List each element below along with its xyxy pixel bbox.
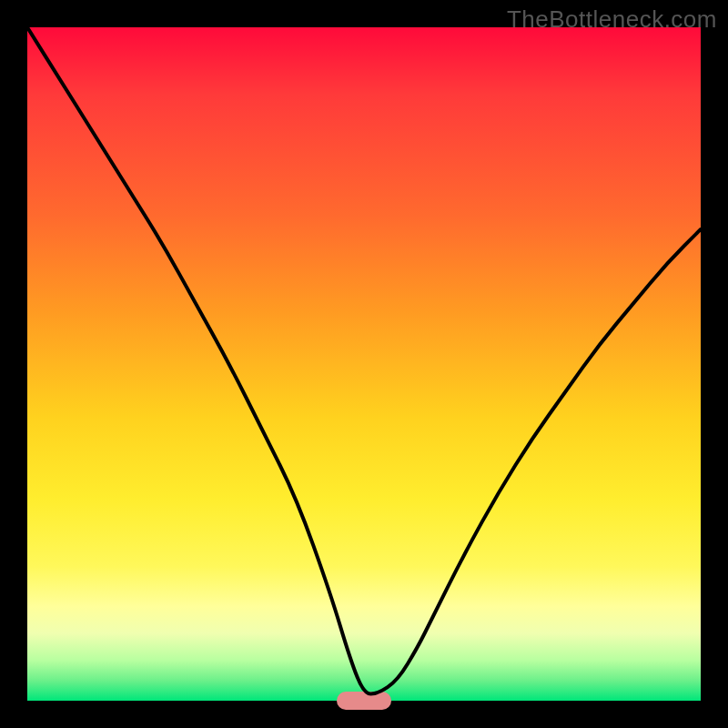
chart-frame: TheBottleneck.com bbox=[0, 0, 728, 728]
plot-area bbox=[27, 27, 701, 701]
bottleneck-curve bbox=[27, 27, 701, 701]
watermark-text: TheBottleneck.com bbox=[507, 5, 717, 34]
curve-path bbox=[27, 27, 701, 694]
